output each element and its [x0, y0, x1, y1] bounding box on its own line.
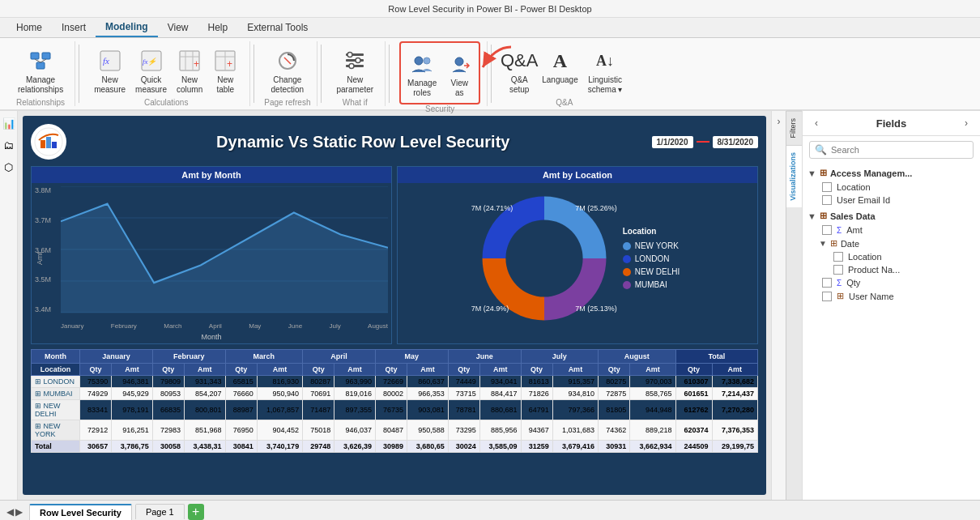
svg-point-27: [424, 58, 430, 64]
newyork-apr-qty: 75018: [303, 420, 334, 441]
field-item-location-sales[interactable]: Location: [803, 250, 980, 263]
field-label-amt: Amt: [846, 225, 863, 235]
tab-external-tools[interactable]: External Tools: [237, 19, 317, 36]
new-parameter-label: Newparameter: [336, 75, 373, 95]
london-jun-qty: 74449: [448, 376, 479, 388]
field-item-user-email[interactable]: User Email Id: [803, 194, 980, 207]
newyork-total-qty: 620374: [675, 420, 712, 441]
access-mgmt-header[interactable]: ▼ ⊞ Access Managem...: [803, 165, 980, 181]
qa-setup-button[interactable]: Q&A Q&Asetup: [501, 45, 537, 98]
filters-tab[interactable]: Filters: [786, 111, 802, 145]
mumbai-mar-qty: 76660: [225, 388, 257, 400]
field-item-location-access[interactable]: Location: [803, 181, 980, 194]
linguistic-schema-button[interactable]: A↓ Linguisticschema ▾: [583, 45, 628, 98]
may-amt-header: Amt: [407, 364, 449, 376]
field-item-username[interactable]: ⊞ User Name: [803, 289, 980, 303]
legend-label-london: LONDON: [635, 254, 670, 263]
panel-back-button[interactable]: ‹: [809, 116, 824, 130]
field-label-user-email: User Email Id: [837, 195, 890, 205]
newdelhi-jul-qty: 64791: [521, 400, 552, 420]
newyork-jan-amt: 916,251: [112, 420, 153, 441]
tab-modeling[interactable]: Modeling: [96, 18, 158, 37]
nav-left-icon[interactable]: ◀: [6, 506, 14, 518]
sidebar-icon-data[interactable]: 🗂: [3, 139, 14, 151]
tab-help[interactable]: Help: [198, 19, 238, 36]
total-header: Total: [675, 350, 757, 364]
tab-insert[interactable]: Insert: [52, 19, 96, 36]
svg-point-24: [356, 58, 360, 63]
sidebar-icon-model[interactable]: ⬡: [4, 161, 13, 173]
table-icon-date: ⊞: [830, 238, 837, 249]
may-qty-header: Qty: [375, 364, 407, 376]
field-item-product-na[interactable]: Product Na...: [803, 263, 980, 276]
newyork-mar-amt: 904,452: [257, 420, 302, 441]
aug-amt-header: Amt: [630, 364, 675, 376]
divider-1: [79, 45, 79, 103]
quick-measure-button[interactable]: fx⚡ Quickmeasure: [130, 45, 172, 98]
total-qty-header: Qty: [675, 364, 712, 376]
new-measure-button[interactable]: fx Newmeasure: [89, 45, 130, 98]
new-measure-label: Newmeasure: [94, 75, 126, 95]
new-column-button[interactable]: + Newcolumn: [172, 45, 207, 98]
ribbon-content: Managerelationships Relationships fx New…: [0, 38, 980, 109]
apr-amt-header: Amt: [334, 364, 376, 376]
total-aug-amt: 3,662,934: [630, 441, 675, 453]
svg-marker-35: [61, 204, 388, 313]
view-as-button[interactable]: Viewas: [441, 48, 477, 101]
sidebar-icon-report[interactable]: 📊: [2, 117, 15, 130]
add-page-button[interactable]: +: [188, 504, 204, 520]
charts-row: Amt by Month 3.8M 3.7M 3.6M 3.5M 3.4M Am…: [31, 166, 758, 344]
search-input[interactable]: [831, 145, 968, 155]
search-box[interactable]: 🔍: [809, 141, 974, 159]
legend-item-newyork: NEW YORK: [623, 241, 680, 250]
svg-point-28: [455, 58, 463, 66]
total-jul-amt: 3,679,416: [552, 441, 598, 453]
manage-roles-label: Manageroles: [407, 79, 437, 98]
manage-roles-button[interactable]: Manageroles: [403, 48, 441, 101]
field-item-qty[interactable]: Σ Qty: [803, 276, 980, 289]
newdelhi-total-amt: 7,270,280: [712, 400, 757, 420]
visualizations-tab[interactable]: Visualizations: [786, 145, 802, 207]
page-tab-rls[interactable]: Row Level Security: [29, 504, 132, 520]
collapse-button[interactable]: ›: [771, 111, 786, 500]
panel-forward-button[interactable]: ›: [959, 116, 974, 130]
relationships-group-label: Relationships: [16, 98, 65, 109]
total-label: Total: [32, 441, 80, 453]
page-tab-page1[interactable]: Page 1: [135, 504, 185, 519]
newdelhi-jun-qty: 78781: [448, 400, 479, 420]
qa-group-label: Q&A: [556, 98, 573, 109]
newdelhi-jan-amt: 978,191: [112, 400, 153, 420]
legend-dot-newdelhi: [623, 268, 631, 276]
new-parameter-button[interactable]: Newparameter: [331, 45, 378, 98]
legend-label-newyork: NEW YORK: [635, 241, 679, 250]
field-group-date[interactable]: ▼ ⊞ Date: [803, 237, 980, 250]
donut-label-bottom-left: 7M (24.9%): [471, 305, 509, 313]
checkbox-qty: [822, 278, 832, 288]
jan-qty-header: Qty: [80, 364, 112, 376]
new-table-button[interactable]: + Newtable: [207, 45, 243, 98]
sales-data-header[interactable]: ▼ ⊞ Sales Data: [803, 208, 980, 224]
manage-relationships-button[interactable]: Managerelationships: [13, 45, 68, 98]
divider-2: [254, 45, 254, 103]
london-apr-qty: 80287: [303, 376, 334, 388]
page-refresh-label: Page refresh: [264, 98, 310, 109]
nav-right-icon[interactable]: ▶: [15, 506, 23, 518]
tab-view[interactable]: View: [158, 19, 198, 36]
language-button[interactable]: A Language: [537, 45, 583, 88]
legend-dot-mumbai: [623, 281, 631, 289]
date-range: 1/1/2020 8/31/2020: [652, 136, 758, 148]
total-mar-qty: 30841: [225, 441, 257, 453]
quick-measure-label: Quickmeasure: [135, 75, 167, 95]
search-icon: 🔍: [815, 144, 827, 156]
field-item-amt[interactable]: Σ Amt: [803, 224, 980, 237]
london-feb-qty: 79809: [152, 376, 184, 388]
newdelhi-mar-amt: 1,067,857: [257, 400, 302, 420]
collapse-icon: ›: [778, 116, 781, 127]
tab-home[interactable]: Home: [6, 19, 52, 36]
field-label-location-sales: Location: [848, 252, 882, 262]
newyork-mar-qty: 76950: [225, 420, 257, 441]
donut-chart-title: Amt by Location: [398, 167, 757, 183]
london-may-amt: 860,637: [407, 376, 449, 388]
change-detection-button[interactable]: Changedetection: [266, 45, 309, 98]
field-group-access-mgmt: ▼ ⊞ Access Managem... Location User Emai…: [803, 165, 980, 207]
